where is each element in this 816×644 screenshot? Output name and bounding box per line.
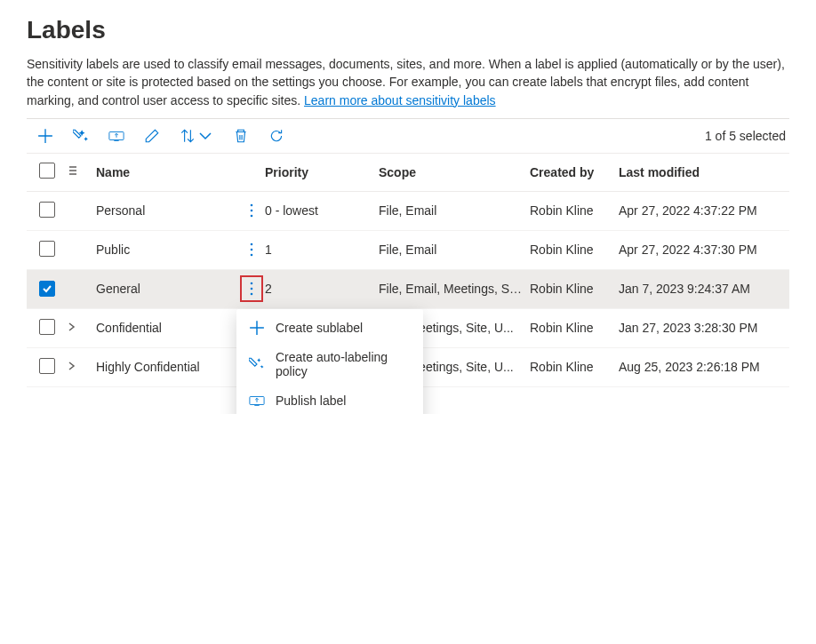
row-checkbox[interactable] <box>39 241 55 257</box>
edit-button[interactable] <box>144 128 160 144</box>
svg-point-1 <box>251 204 253 207</box>
labels-table: Name Priority Scope Created by Last modi… <box>27 153 789 387</box>
publish-icon <box>249 393 265 409</box>
priority-cell: 1 <box>265 242 379 257</box>
more-actions-button[interactable] <box>243 200 260 221</box>
select-all-checkbox[interactable] <box>39 163 55 179</box>
learn-more-link[interactable]: Learn more about sensitivity labels <box>304 93 496 107</box>
col-name[interactable]: Name <box>96 165 238 179</box>
label-name[interactable]: Confidential <box>96 321 238 335</box>
svg-point-8 <box>251 288 253 290</box>
created-by-cell: Robin Kline <box>530 360 619 374</box>
svg-point-6 <box>251 254 253 257</box>
created-by-cell: Robin Kline <box>530 321 619 335</box>
scope-cell: File, Email, Meetings, Site, U... <box>379 282 530 296</box>
auto-label-icon <box>249 356 265 372</box>
menu-create-sublabel[interactable]: Create sublabel <box>236 313 423 343</box>
page-title: Labels <box>27 16 789 44</box>
svg-point-4 <box>251 243 253 246</box>
plus-icon <box>37 128 53 144</box>
auto-label-button[interactable] <box>73 128 89 144</box>
last-modified-cell: Jan 7, 2023 9:24:37 AM <box>619 282 770 296</box>
svg-point-2 <box>251 210 253 212</box>
scope-cell: File, Email <box>379 203 530 218</box>
chevron-down-icon <box>197 128 213 144</box>
label-name[interactable]: Highly Confidential <box>96 360 238 374</box>
col-scope[interactable]: Scope <box>379 165 530 179</box>
table-header: Name Priority Scope Created by Last modi… <box>27 153 789 192</box>
publish-icon <box>108 128 124 144</box>
trash-icon <box>233 128 249 144</box>
toolbar-row: 1 of 5 selected <box>27 119 789 153</box>
last-modified-cell: Apr 27, 2022 4:37:22 PM <box>619 203 770 218</box>
page-description: Sensitivity labels are used to classify … <box>27 55 789 109</box>
priority-cell: 0 - lowest <box>265 203 379 218</box>
svg-point-7 <box>251 282 253 285</box>
pencil-icon <box>144 128 160 144</box>
created-by-cell: Robin Kline <box>530 242 619 257</box>
row-checkbox[interactable] <box>39 281 55 297</box>
row-checkbox[interactable] <box>39 319 55 335</box>
label-name[interactable]: Public <box>96 242 238 257</box>
col-last-modified[interactable]: Last modified <box>619 165 770 179</box>
sort-arrows-icon <box>180 128 196 144</box>
add-button[interactable] <box>37 128 53 144</box>
col-priority[interactable]: Priority <box>265 165 379 179</box>
last-modified-cell: Aug 25, 2023 2:26:18 PM <box>619 360 770 374</box>
menu-create-auto-labeling[interactable]: Create auto-labeling policy <box>236 343 423 386</box>
labels-page: Labels Sensitivity labels are used to cl… <box>0 0 816 414</box>
refresh-icon <box>268 128 284 144</box>
priority-cell: 2 <box>265 282 379 296</box>
col-created-by[interactable]: Created by <box>530 165 619 179</box>
expand-row-button[interactable] <box>66 361 76 371</box>
publish-button[interactable] <box>108 128 124 144</box>
last-modified-cell: Jan 27, 2023 3:28:30 PM <box>619 321 770 335</box>
delete-button[interactable] <box>233 128 249 144</box>
table-row[interactable]: Personal 0 - lowest File, Email Robin Kl… <box>27 192 789 231</box>
more-actions-button[interactable] <box>243 239 260 260</box>
row-context-menu: Create sublabel Create auto-labeling pol… <box>236 309 423 414</box>
label-name[interactable]: Personal <box>96 203 238 218</box>
auto-label-icon <box>73 128 89 144</box>
scope-cell: File, Email <box>379 242 530 257</box>
refresh-button[interactable] <box>268 128 284 144</box>
plus-icon <box>249 320 265 336</box>
label-name[interactable]: General <box>96 282 238 296</box>
svg-point-5 <box>251 249 253 251</box>
created-by-cell: Robin Kline <box>530 282 619 296</box>
sort-button[interactable] <box>180 128 213 144</box>
table-row[interactable]: General 2 File, Email, Meetings, Site, U… <box>27 270 789 309</box>
svg-point-9 <box>251 293 253 296</box>
last-modified-cell: Apr 27, 2022 4:37:30 PM <box>619 242 770 257</box>
list-view-icon[interactable] <box>66 164 78 177</box>
svg-point-3 <box>251 215 253 218</box>
selection-status: 1 of 5 selected <box>705 129 789 143</box>
toolbar <box>27 128 284 144</box>
row-checkbox[interactable] <box>39 202 55 218</box>
expand-row-button[interactable] <box>66 322 76 332</box>
menu-publish-label[interactable]: Publish label <box>236 386 423 414</box>
more-actions-button[interactable] <box>240 275 263 302</box>
table-row[interactable]: Public 1 File, Email Robin Kline Apr 27,… <box>27 231 789 270</box>
created-by-cell: Robin Kline <box>530 203 619 218</box>
row-checkbox[interactable] <box>39 358 55 374</box>
